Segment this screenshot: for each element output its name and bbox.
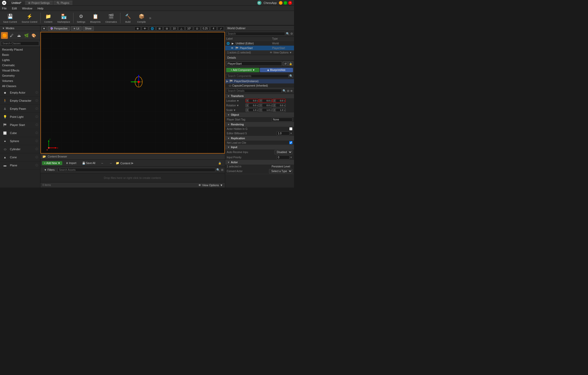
compile-button[interactable]: 📦 Compile (135, 11, 148, 25)
scale-y-input[interactable] (262, 108, 270, 112)
wo-search-input[interactable] (226, 32, 285, 36)
vp-camera-speed[interactable]: 4 (210, 27, 217, 31)
marketplace-button[interactable]: 🏪 Marketplace (55, 11, 72, 25)
maximize-button[interactable]: □ (284, 1, 287, 5)
component-capsule[interactable]: ⬭ CapsuleComponent (Inherited) (225, 83, 294, 88)
viewport-dropdown[interactable]: ▼ (41, 27, 47, 31)
tab-project-settings[interactable]: ⚙ Project Settings (25, 1, 53, 5)
net-load-checkbox[interactable] (289, 141, 292, 144)
dp-reset-button[interactable]: ↺ (283, 61, 288, 66)
rendering-header[interactable]: ▼ Rendering (225, 122, 294, 127)
input-priority-spin[interactable]: ▼ (290, 156, 292, 159)
wo-settings-icon[interactable]: ⚙ (290, 32, 293, 35)
input-header[interactable]: ▼ Input (225, 145, 294, 149)
category-geometry[interactable]: Geometry (0, 73, 40, 78)
object-header[interactable]: ▼ Object (225, 113, 294, 117)
vp-snap-icon[interactable]: ⊞ (156, 27, 163, 31)
view-options-footer[interactable]: 👁 View Options ▼ (198, 184, 223, 187)
perspective-button[interactable]: 🔮 Perspective (48, 26, 70, 31)
content-button[interactable]: 📁 Content (42, 11, 55, 25)
placement-point-light[interactable]: 💡 Point Light ⓘ (0, 113, 40, 121)
rotation-z-spin[interactable]: ▸ (284, 104, 285, 107)
rotation-x-spin[interactable]: ▸ (257, 104, 258, 107)
category-all-classes[interactable]: All Classes (0, 83, 40, 89)
category-cinematic[interactable]: Cinematic (0, 63, 40, 68)
settings-button[interactable]: ⚙ Settings (75, 11, 88, 25)
wo-item-untitled[interactable]: 🌐 ▶ Untitled (Editor) World (225, 41, 294, 46)
scale-x-spin[interactable]: ▸ (257, 109, 258, 111)
location-dropdown[interactable]: ▼ (237, 99, 239, 102)
placement-sphere[interactable]: ● Sphere ⓘ (0, 137, 40, 145)
vp-angle-icon[interactable]: △ (178, 27, 185, 31)
location-y-spin[interactable]: ▸ (270, 100, 272, 102)
nav-back-button[interactable]: ← (99, 161, 106, 165)
menu-edit[interactable]: Edit (11, 7, 18, 10)
add-new-button[interactable]: + Add New ▼ (42, 161, 62, 165)
mode-paint[interactable]: 🖊 (8, 32, 15, 39)
mode-landscape[interactable]: ⛰ (16, 32, 22, 39)
vp-grid-value[interactable]: 10 (171, 27, 177, 31)
auto-receive-select[interactable]: Disabled (274, 150, 292, 154)
actor-hidden-checkbox[interactable] (289, 127, 292, 130)
close-button[interactable]: ✕ (288, 1, 292, 5)
minimize-button[interactable]: − (279, 1, 283, 5)
toolbar-more-button[interactable]: » (149, 15, 152, 21)
menu-help[interactable]: Help (36, 7, 45, 10)
dp-search-details-input[interactable] (226, 89, 282, 93)
placement-plane[interactable]: ▬ Plane ⓘ (0, 161, 40, 170)
dp-eye-view[interactable]: 👁 (290, 89, 293, 93)
component-playerstart-instance[interactable]: ▶ 🏁 PlayerStart(Instance) (225, 79, 294, 83)
dp-grid-view[interactable]: ⊞ (287, 89, 289, 93)
vp-globe-icon[interactable]: 🌐 (149, 27, 155, 31)
rotation-z-input[interactable] (276, 104, 284, 107)
scale-z-spin[interactable]: ▸ (284, 109, 285, 111)
player-start-tag-input[interactable] (272, 118, 292, 122)
dp-name-input[interactable] (226, 61, 282, 66)
import-button[interactable]: ⬇ Import (64, 161, 78, 165)
location-x-input[interactable] (249, 99, 257, 102)
dp-lock-button[interactable]: 🔒 (288, 61, 293, 66)
viewport[interactable]: X Y ⊗ (40, 32, 225, 154)
wo-item-playerstart[interactable]: 👁 🏁 PlayerStart PlayerStart (225, 46, 294, 50)
filters-button[interactable]: ▼ Filters (42, 168, 57, 172)
mode-foliage[interactable]: 🌿 (23, 32, 30, 39)
input-priority-input[interactable] (277, 155, 290, 159)
category-visual-effects[interactable]: Visual Effects (0, 68, 40, 73)
vp-scale-value[interactable]: 0.25 (201, 27, 209, 31)
mode-place[interactable]: 🟠 (1, 32, 8, 39)
category-volumes[interactable]: Volumes (0, 78, 40, 83)
transform-header[interactable]: ▼ Transform (225, 94, 294, 98)
editor-billboard-spin[interactable]: ▼ (290, 132, 292, 135)
vp-scale-icon[interactable]: ⊡ (194, 27, 200, 31)
source-control-button[interactable]: ⚡ Source Control (20, 11, 39, 25)
placement-cube[interactable]: ⬜ Cube ⓘ (0, 129, 40, 137)
search-assets-input[interactable] (58, 168, 215, 172)
blueprint-button[interactable]: ◈ Blueprint/Adc (260, 68, 293, 72)
vp-transform-icon[interactable]: ⊕ (134, 27, 141, 31)
location-z-input[interactable] (276, 99, 284, 102)
replication-header[interactable]: ▼ Replication (225, 136, 294, 141)
save-all-button[interactable]: 💾 Save All (80, 161, 97, 165)
convert-actor-select[interactable]: Select a Type (269, 169, 292, 173)
vp-view-icon[interactable]: 👁 (142, 27, 148, 31)
cinematics-button[interactable]: 🎬 Cinematics (103, 11, 119, 25)
blueprints-button[interactable]: 📋 Blueprints (88, 11, 103, 25)
scale-dropdown[interactable]: ▼ (233, 109, 236, 112)
dp-search-input[interactable] (226, 74, 289, 78)
mode-mesh[interactable]: 🎨 (30, 32, 37, 39)
tab-untitled[interactable]: Untitled* (8, 1, 24, 5)
placement-empty-character[interactable]: 🚶 Empty Character ⓘ (0, 97, 40, 105)
rotation-y-input[interactable] (262, 104, 270, 107)
category-recently-placed[interactable]: Recently Placed (0, 47, 40, 52)
cb-content-area[interactable]: Drop files here or right click to create… (40, 173, 225, 182)
lit-button[interactable]: ☀ Lit (71, 26, 82, 31)
vp-grid-icon[interactable]: ⊟ (164, 27, 170, 31)
nav-forward-button[interactable]: → (107, 161, 114, 165)
tab-plugins[interactable]: 🔌 Plugins (53, 1, 72, 5)
rotation-y-spin[interactable]: ▸ (270, 104, 272, 107)
placement-empty-pawn[interactable]: ♙ Empty Pawn ⓘ (0, 105, 40, 113)
wo-view-options[interactable]: 👁 View Options ▼ (270, 51, 292, 54)
menu-window[interactable]: Window (21, 7, 33, 10)
cb-settings-button[interactable]: 🔒 (216, 161, 223, 165)
menu-file[interactable]: File (1, 7, 8, 10)
